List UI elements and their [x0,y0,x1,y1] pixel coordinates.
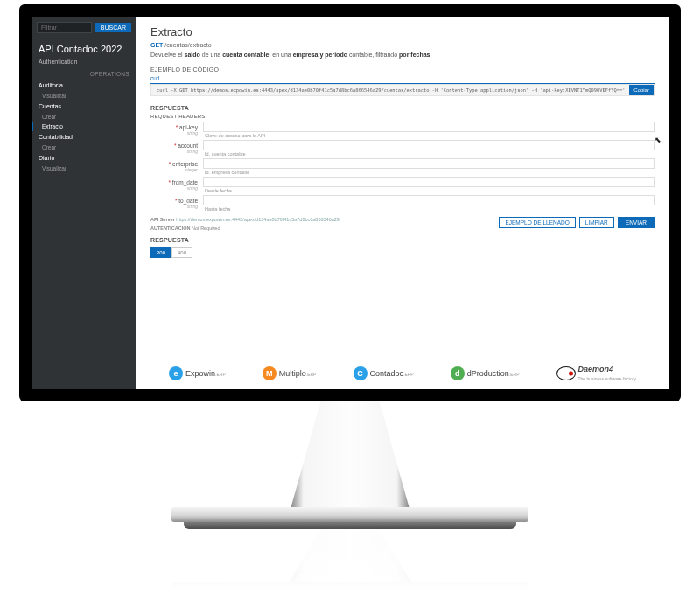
code-text: curl -X GET https://demos.expowin.es:444… [157,87,626,93]
footer-logos: e Expowin.ERP M Multiplo.ERP C Contadoc.… [150,356,654,382]
sidebar: BUSCAR API Contadoc 2022 Authentication … [32,17,136,389]
input-to-date[interactable] [203,195,654,205]
device-mockup: BUSCAR API Contadoc 2022 Authentication … [0,0,700,606]
screen: BUSCAR API Contadoc 2022 Authentication … [32,17,668,389]
filter-input[interactable] [37,22,92,33]
input-from-date[interactable] [203,177,654,187]
logo-dproduction: d dProduction.ERP [451,366,520,380]
sidebar-authentication[interactable]: Authentication [32,56,136,67]
send-button[interactable]: ENVIAR [618,217,654,228]
sidebar-group-auditoria[interactable]: Auditoría [32,80,136,91]
sidebar-group-cuentas[interactable]: Cuentas [32,101,136,112]
expowin-icon: e [169,366,183,380]
endpoint-path: GET /cuentas/extracto [150,42,654,48]
logo-expowin: e Expowin.ERP [169,366,226,380]
param-api-key: * api-keystring Clave de acceso para la … [150,122,654,138]
copy-button[interactable]: Copiar [629,85,654,95]
input-enterprise[interactable] [203,158,654,169]
sidebar-group-diario[interactable]: Diario [32,152,136,164]
sidebar-operations-heading: OPERATIONS [32,67,136,80]
monitor-stand-neck [289,401,411,515]
response-heading-2: RESPUESTA [150,237,654,243]
status-400[interactable]: 400 [172,247,192,258]
sidebar-item-crear-contab[interactable]: Crear [32,143,136,152]
input-api-key[interactable] [203,122,654,132]
param-to-date: * to_datestring Hasta fecha [150,195,654,212]
monitor-bezel: BUSCAR API Contadoc 2022 Authentication … [19,4,681,401]
cursor-icon: ⬉ [654,136,662,144]
param-from-date: * from_datestring Desde fecha [150,177,654,193]
monitor-stand-base [172,507,528,522]
api-title: API Contadoc 2022 [32,38,136,56]
page-title: Extracto [150,25,654,38]
action-buttons: EJEMPLO DE LLENADO LIMPIAR ENVIAR [150,217,654,228]
sidebar-item-extracto[interactable]: Extracto [32,122,136,131]
input-account[interactable] [203,140,654,150]
reflection-fade [166,530,534,600]
contadoc-icon: C [354,366,368,380]
status-tabs: 200 400 [150,247,654,258]
endpoint-description: Devuelve el saldo de una cuenta contable… [150,52,654,58]
http-method: GET [150,42,163,48]
code-example-heading: EJEMPLO DE CÓDIGO [150,66,654,73]
fill-example-button[interactable]: EJEMPLO DE LLENADO [499,217,575,228]
logo-daemon4: Daemon4The business software factory [556,365,636,382]
code-tab-curl[interactable]: curl [150,75,654,84]
dproduction-icon: d [451,366,465,380]
logo-contadoc: C Contadoc.ERP [354,366,414,380]
multiplo-icon: M [262,366,276,380]
status-200[interactable]: 200 [150,247,172,258]
clear-button[interactable]: LIMPIAR [579,217,614,228]
request-headers-heading: REQUEST HEADERS [150,114,654,119]
daemon4-icon [556,366,576,380]
sidebar-group-contabilidad[interactable]: Contabilidad [32,131,136,143]
sidebar-item-visualizar-diario[interactable]: Visualizar [32,164,136,173]
sidebar-search: BUSCAR [32,17,136,38]
search-button[interactable]: BUSCAR [95,23,131,32]
code-block: curl -X GET https://demos.expowin.es:444… [150,84,654,96]
sidebar-item-visualizar[interactable]: Visualizar [32,91,136,101]
logo-multiplo: M Multiplo.ERP [262,366,317,380]
response-heading: RESPUESTA [150,105,654,111]
http-path: /cuentas/extracto [164,42,211,48]
param-enterprise: * enterpriseinteger Id. empresa contable [150,158,654,175]
sidebar-item-crear-cuentas[interactable]: Crear [32,112,136,122]
monitor-stand-under [184,522,516,529]
param-account: * accountstring Id. cuenta contable [150,140,654,157]
main-content: ⬉ Extracto GET /cuentas/extracto Devuelv… [136,17,668,389]
